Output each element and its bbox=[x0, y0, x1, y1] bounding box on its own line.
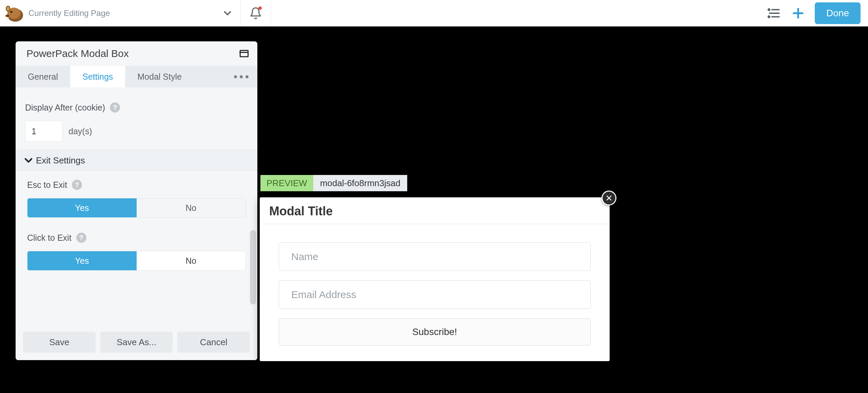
add-content-button[interactable] bbox=[790, 5, 806, 21]
outline-panel-button[interactable] bbox=[766, 5, 782, 21]
modal-title: Modal Title bbox=[260, 197, 610, 224]
panel-body: Display After (cookie) ? day(s) Exit Set… bbox=[16, 87, 257, 326]
svg-point-7 bbox=[768, 9, 770, 10]
svg-point-3 bbox=[7, 7, 9, 11]
svg-rect-14 bbox=[240, 51, 248, 57]
top-toolbar: Currently Editing Page Done bbox=[0, 0, 868, 26]
esc-to-exit-field: Esc to Exit ? Yes No bbox=[16, 171, 257, 221]
panel-footer: Save Save As... Cancel bbox=[16, 326, 257, 360]
done-button[interactable]: Done bbox=[815, 2, 861, 24]
panel-title: PowerPack Modal Box bbox=[26, 48, 129, 59]
panel-header: PowerPack Modal Box bbox=[16, 41, 257, 66]
topbar-notifications-area bbox=[241, 0, 271, 26]
click-to-exit-label: Click to Exit bbox=[27, 233, 72, 243]
modal-preview: Modal Title Subscribe! bbox=[260, 197, 610, 361]
click-to-exit-field: Click to Exit ? Yes No bbox=[16, 221, 257, 274]
help-icon[interactable]: ? bbox=[72, 180, 82, 190]
svg-point-4 bbox=[10, 11, 12, 13]
save-as-button[interactable]: Save As... bbox=[100, 332, 173, 353]
exit-settings-toggle[interactable]: Exit Settings bbox=[16, 150, 257, 171]
beaver-logo bbox=[3, 3, 26, 23]
esc-to-exit-toggle: Yes No bbox=[27, 198, 246, 218]
preview-tag: PREVIEW modal-6fo8rmn3jsad bbox=[260, 175, 407, 191]
chevron-down-icon bbox=[21, 154, 36, 166]
svg-point-10 bbox=[768, 16, 770, 17]
notification-dot-icon bbox=[258, 6, 262, 10]
ellipsis-icon bbox=[234, 75, 249, 78]
tab-settings[interactable]: Settings bbox=[70, 66, 125, 87]
display-after-unit: day(s) bbox=[68, 126, 92, 136]
help-icon[interactable]: ? bbox=[76, 233, 86, 243]
page-title: Currently Editing Page bbox=[28, 8, 221, 18]
display-after-input[interactable] bbox=[25, 121, 62, 142]
panel-tabs: General Settings Modal Style bbox=[16, 66, 257, 87]
modal-subscribe-button[interactable]: Subscribe! bbox=[279, 318, 591, 346]
tab-more-button[interactable] bbox=[225, 75, 257, 78]
click-to-exit-toggle: Yes No bbox=[27, 251, 246, 271]
svg-rect-6 bbox=[6, 17, 9, 20]
click-yes-button[interactable]: Yes bbox=[27, 251, 137, 270]
topbar-right: Done bbox=[758, 0, 868, 26]
module-settings-panel: PowerPack Modal Box General Settings Mod… bbox=[16, 41, 257, 360]
exit-settings-label: Exit Settings bbox=[36, 155, 85, 166]
modal-name-input[interactable] bbox=[279, 242, 591, 271]
preview-label: PREVIEW bbox=[260, 175, 313, 191]
panel-expand-button[interactable] bbox=[238, 48, 250, 59]
tab-modal-style[interactable]: Modal Style bbox=[125, 66, 194, 87]
modal-body: Subscribe! bbox=[260, 224, 610, 346]
esc-no-button[interactable]: No bbox=[137, 198, 246, 217]
esc-yes-button[interactable]: Yes bbox=[27, 198, 137, 217]
display-after-field: Display After (cookie) ? day(s) bbox=[16, 87, 257, 146]
esc-to-exit-label: Esc to Exit bbox=[27, 180, 67, 190]
tab-general[interactable]: General bbox=[16, 66, 70, 87]
svg-point-5 bbox=[5, 15, 9, 17]
click-no-button[interactable]: No bbox=[137, 251, 246, 270]
topbar-left: Currently Editing Page bbox=[0, 0, 241, 26]
modal-email-input[interactable] bbox=[279, 280, 591, 309]
save-button[interactable]: Save bbox=[23, 332, 96, 353]
display-after-label: Display After (cookie) bbox=[25, 103, 105, 113]
help-icon[interactable]: ? bbox=[110, 102, 120, 113]
modal-close-button[interactable] bbox=[601, 191, 616, 205]
page-switcher-chevron[interactable] bbox=[221, 6, 234, 20]
display-after-label-row: Display After (cookie) ? bbox=[25, 102, 248, 113]
topbar-spacer bbox=[271, 0, 758, 26]
preview-id: modal-6fo8rmn3jsad bbox=[313, 175, 407, 191]
cancel-button[interactable]: Cancel bbox=[177, 332, 250, 353]
notifications-button[interactable] bbox=[248, 6, 263, 21]
panel-scrollbar[interactable] bbox=[250, 230, 256, 304]
